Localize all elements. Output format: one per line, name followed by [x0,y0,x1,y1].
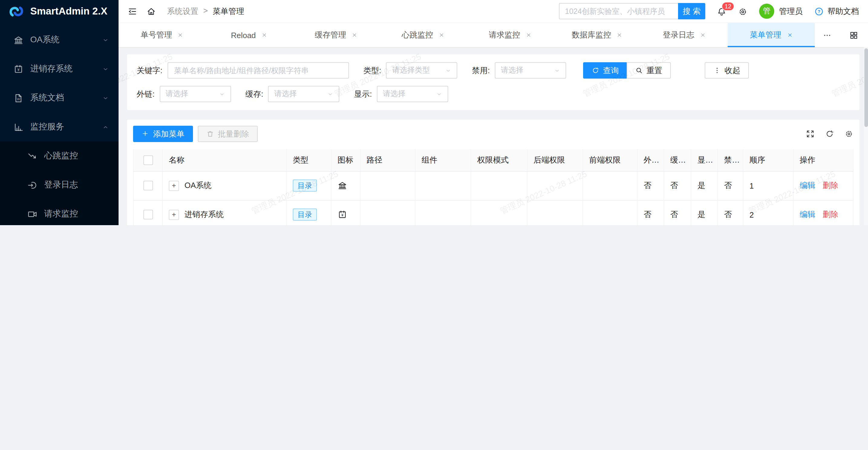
app-window: SmartAdmin 2.X OA系统¥进销存系统W系统文档监控服务心跳监控登录… [0,0,868,225]
expand-icon[interactable]: + [169,181,179,191]
settings-gear-icon[interactable] [738,6,748,16]
notification-bell[interactable]: 12 [717,6,726,16]
chevron-down-icon [102,66,109,72]
sidebar-item-monitor[interactable]: 监控服务 [0,112,119,141]
component-cell [415,171,471,200]
help-link[interactable]: ? 帮助文档 [814,6,859,17]
tab-layout-grid-button[interactable] [839,23,868,47]
tab-more-button[interactable] [815,23,839,47]
cache-select[interactable]: 请选择 [268,86,340,102]
row-checkbox[interactable] [143,181,153,191]
sidebar-item-inventory[interactable]: ¥进销存系统 [0,55,119,84]
select-all-checkbox[interactable] [143,155,153,165]
question-circle-icon: ? [814,6,824,16]
sidebar-item-label: 心跳监控 [44,151,109,161]
fullscreen-icon[interactable] [806,129,815,138]
dots-vertical-icon [713,66,721,74]
tab-login-log[interactable]: 登录日志 [641,23,728,47]
row-checkbox[interactable] [143,210,153,220]
tab-reload[interactable]: Reload [206,23,293,47]
tab-menu[interactable]: 菜单管理 [728,23,815,47]
invoice-icon: ¥ [338,210,347,220]
close-icon[interactable] [787,32,793,38]
tab-heartbeat[interactable]: 心跳监控 [379,23,467,47]
name-wrap: +OA系统 [169,180,280,191]
keyword-input[interactable] [167,62,349,78]
tab-request[interactable]: 请求监控 [467,23,554,47]
add-menu-button[interactable]: 添加菜单 [133,126,193,142]
perm-mode-cell [471,200,527,225]
close-icon[interactable] [617,32,623,38]
sidebar-item-oa[interactable]: OA系统 [0,25,119,55]
tab-serial[interactable]: 单号管理 [119,23,206,47]
search-button[interactable]: 搜 索 [678,3,705,19]
close-icon[interactable] [526,32,532,38]
component-cell [415,200,471,225]
query-button[interactable]: 查询 [583,62,627,78]
icon-cell [331,171,360,200]
column-header-8: 外链 [637,149,664,171]
close-icon[interactable] [261,32,267,38]
close-icon[interactable] [700,32,706,38]
column-header-10: 显示 [691,149,718,171]
table-row: +进销存系统目录¥否否是否2编辑删除 [133,200,853,225]
chevron-down-icon [436,91,442,97]
close-icon[interactable] [351,32,358,38]
plus-icon [142,130,149,138]
reset-button[interactable]: 重置 [627,62,671,78]
sidebar-item-heartbeat[interactable]: 心跳监控 [0,141,119,170]
tab-cache[interactable]: 缓存管理 [293,23,380,47]
breadcrumb-parent[interactable]: 系统设置 [167,6,198,17]
actions-cell: 编辑删除 [793,200,853,225]
tab-label: 菜单管理 [750,30,781,40]
close-icon[interactable] [178,32,184,38]
tabbar: 单号管理Reload缓存管理心跳监控请求监控数据库监控登录日志菜单管理 [119,23,868,48]
edit-link[interactable]: 编辑 [800,181,815,190]
type-select[interactable]: 请选择类型 [386,62,458,78]
visible-label: 显示: [354,89,372,99]
chevron-down-icon [554,67,560,73]
chevron-down-icon [328,91,334,97]
sidebar-item-request-monitor[interactable]: 请求监控 [0,199,119,225]
expand-icon[interactable]: + [169,210,179,220]
tab-label: 缓存管理 [314,30,346,40]
refresh-icon[interactable] [825,129,834,138]
column-header-5: 权限模式 [471,149,527,171]
external-label: 外链: [137,89,155,99]
menu-fold-icon[interactable] [128,6,137,16]
tab-database[interactable]: 数据库监控 [554,23,641,47]
external-select[interactable]: 请选择 [159,86,231,102]
delete-link[interactable]: 删除 [823,210,838,219]
tab-label: 数据库监控 [572,30,611,40]
main-area: 系统设置 > 菜单管理 搜 索 12 管 管理员 ? [119,0,868,225]
column-settings-icon[interactable] [844,129,854,138]
disabled-cell: 否 [718,171,743,200]
edit-link[interactable]: 编辑 [800,210,815,219]
user-menu[interactable]: 管 管理员 [759,4,803,19]
scrollbar-thumb[interactable] [864,49,868,127]
cache-select-value: 请选择 [274,89,297,99]
logo-icon [8,3,25,20]
backend-perm-cell [527,171,583,200]
perm-mode-cell [471,171,527,200]
chevron-down-icon [102,37,109,43]
tab-label: 心跳监控 [402,30,433,40]
close-icon[interactable] [438,32,444,38]
grid-icon [849,31,858,40]
batch-delete-button[interactable]: 批量删除 [198,126,258,142]
home-icon[interactable] [146,6,156,16]
scrollbar-track[interactable] [864,47,868,225]
column-header-11: 禁用 [718,149,743,171]
sidebar-item-login-log[interactable]: 登录日志 [0,170,119,199]
table-row: +OA系统目录否否是否1编辑删除 [133,171,853,200]
chevron-down-icon [219,91,225,97]
delete-link[interactable]: 删除 [823,181,838,190]
breadcrumb: 系统设置 > 菜单管理 [167,6,244,17]
row-select-cell [133,171,162,200]
collapse-button[interactable]: 收起 [705,62,749,78]
sidebar-item-docs[interactable]: W系统文档 [0,84,119,112]
submenu-monitor: 心跳监控登录日志请求监控SQL数据库监控 [0,141,119,225]
disabled-select[interactable]: 请选择 [495,62,566,78]
visible-select[interactable]: 请选择 [377,86,448,102]
search-input[interactable] [559,3,678,19]
